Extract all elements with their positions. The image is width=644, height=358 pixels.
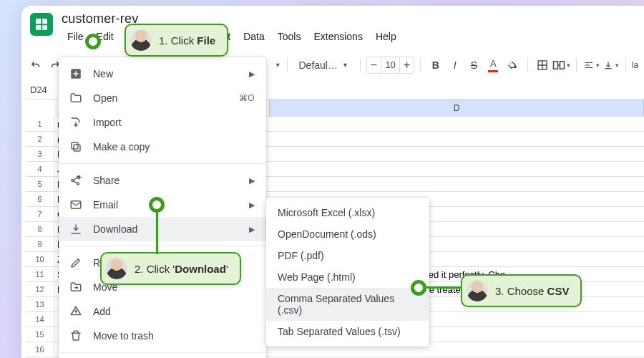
h-align-button[interactable]: ▾ — [582, 55, 600, 75]
fill-color-button[interactable] — [504, 55, 522, 75]
svg-rect-12 — [74, 145, 80, 151]
submenu-arrow-icon: ▶ — [249, 225, 255, 234]
row-number[interactable]: 14 — [26, 312, 54, 327]
menu-item-label: Share — [93, 175, 119, 186]
row-number[interactable]: 12 — [26, 282, 54, 297]
column-header-d[interactable]: D — [269, 100, 644, 117]
mail-icon — [69, 198, 83, 212]
file-menu-new[interactable]: New▶ — [59, 62, 266, 86]
trash-icon — [69, 329, 83, 343]
callout-1: 1. Click File — [125, 24, 228, 57]
merge-button[interactable]: ▾ — [552, 55, 570, 75]
font-select[interactable]: Defaul…▼ — [293, 56, 354, 74]
svg-rect-3 — [554, 62, 558, 69]
file-menu-share[interactable]: Share▶ — [59, 168, 266, 193]
download-option-3[interactable]: Web Page (.html) — [266, 266, 429, 288]
download-option-4[interactable]: Comma Separated Values (.csv) — [266, 288, 429, 321]
sheets-logo — [30, 13, 53, 36]
menu-item-label: Web Page (.html) — [278, 271, 356, 283]
menu-item-label: Make a copy — [93, 141, 150, 153]
download-option-5[interactable]: Tab Separated Values (.tsv) — [266, 321, 429, 342]
menubar: File Edit View Insert Format Data Tools … — [62, 28, 402, 45]
file-menu-open[interactable]: Open⌘O — [59, 86, 266, 110]
menu-item-label: Email — [93, 199, 118, 211]
callout-3-marker — [411, 280, 426, 296]
font-size-stepper[interactable]: − 10 + — [366, 57, 415, 74]
file-menu-download[interactable]: Download▶ — [59, 217, 266, 241]
menu-data[interactable]: Data — [238, 28, 270, 45]
share-icon — [69, 173, 83, 188]
add-drive-icon — [69, 304, 83, 319]
download-submenu: Microsoft Excel (.xlsx)OpenDocument (.od… — [266, 198, 429, 347]
menu-item-label: Import — [93, 117, 122, 128]
download-option-2[interactable]: PDF (.pdf) — [266, 245, 429, 266]
avatar — [106, 258, 127, 279]
menu-tools[interactable]: Tools — [272, 28, 307, 45]
pencil-icon — [69, 256, 83, 270]
menu-item-label: Open — [93, 92, 117, 104]
row-number[interactable]: 4 — [26, 162, 54, 177]
move-folder-icon — [69, 280, 83, 294]
menu-item-label: Microsoft Excel (.xlsx) — [278, 207, 375, 218]
submenu-arrow-icon: ▶ — [249, 176, 255, 185]
cell-reference-box[interactable]: D24 — [27, 84, 59, 100]
menu-item-label: Move to trash — [93, 330, 154, 342]
file-menu-copy[interactable]: Make a copy — [59, 135, 266, 159]
callout-2: 2. Click 'Download' — [100, 252, 241, 285]
header: customer-rev File Edit View Insert Forma… — [21, 6, 644, 45]
increase-font-button[interactable]: + — [400, 57, 414, 73]
menu-item-label: Tab Separated Values (.tsv) — [278, 326, 401, 337]
row-number[interactable]: 10 — [26, 252, 54, 267]
row-number[interactable]: 11 — [26, 267, 54, 282]
row-number[interactable]: 7 — [26, 207, 54, 222]
download-option-0[interactable]: Microsoft Excel (.xlsx) — [266, 202, 429, 223]
menu-item-label: Download — [93, 223, 137, 235]
menu-help[interactable]: Help — [370, 28, 402, 45]
copy-icon — [69, 140, 83, 154]
row-number[interactable]: 2 — [26, 132, 54, 147]
row-number[interactable]: 6 — [26, 192, 54, 207]
svg-line-18 — [74, 181, 77, 183]
strike-button[interactable]: S — [465, 55, 483, 75]
undo-button[interactable] — [27, 55, 45, 75]
row-number[interactable]: 8 — [26, 222, 54, 237]
svg-rect-13 — [72, 142, 78, 149]
menu-extensions[interactable]: Extensions — [308, 28, 368, 45]
callout-1-marker — [85, 34, 101, 49]
row-number[interactable]: 9 — [26, 237, 54, 252]
callout-3: 3. Choose CSV — [461, 274, 582, 307]
italic-button[interactable]: I — [446, 55, 464, 75]
decrease-font-button[interactable]: − — [367, 57, 381, 73]
svg-rect-4 — [560, 62, 565, 69]
menu-item-label: Add — [93, 306, 111, 317]
font-size-value[interactable]: 10 — [381, 57, 400, 73]
file-menu-trash[interactable]: Move to trash — [59, 324, 266, 348]
callout-2-marker — [149, 197, 165, 213]
row-number[interactable]: 15 — [26, 327, 54, 342]
document-title[interactable]: customer-rev — [62, 10, 402, 26]
file-menu-import[interactable]: Import — [59, 110, 266, 135]
row-number[interactable]: 5 — [26, 177, 54, 192]
bold-button[interactable]: B — [426, 55, 444, 75]
download-option-1[interactable]: OpenDocument (.ods) — [266, 223, 429, 245]
file-menu-add[interactable]: Add — [59, 299, 266, 324]
avatar — [130, 29, 152, 51]
shortcut: ⌘O — [239, 93, 255, 103]
import-icon — [69, 115, 83, 130]
download-icon — [69, 222, 83, 236]
row-number[interactable]: 3 — [26, 147, 54, 162]
borders-button[interactable] — [533, 55, 551, 75]
menu-item-label: PDF (.pdf) — [278, 250, 324, 261]
folder-icon — [69, 91, 83, 105]
toolbar-overflow: la — [632, 60, 638, 70]
row-number[interactable]: 13 — [26, 297, 54, 312]
row-number[interactable]: 16 — [26, 342, 54, 357]
svg-line-17 — [74, 178, 77, 180]
avatar — [467, 280, 488, 301]
chevron-down-icon[interactable]: ▼ — [275, 62, 281, 69]
row-number[interactable]: 1 — [26, 117, 54, 132]
submenu-arrow-icon: ▶ — [249, 69, 255, 79]
menu-item-label: Comma Separated Values (.csv) — [278, 293, 418, 316]
text-color-button[interactable]: A — [484, 55, 502, 75]
v-align-button[interactable]: ▾ — [602, 55, 620, 75]
